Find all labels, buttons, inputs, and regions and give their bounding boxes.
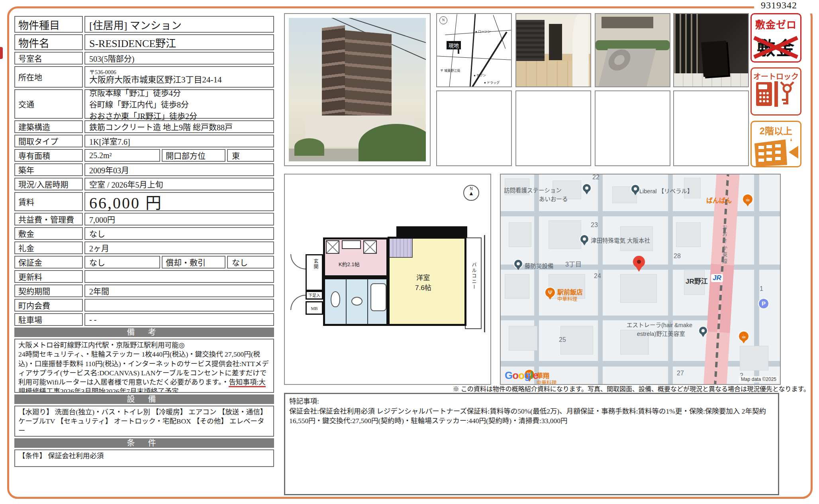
google-logo-letter: g bbox=[524, 369, 530, 381]
row-value bbox=[84, 270, 274, 283]
entrance: 玄関 bbox=[306, 254, 323, 291]
thumb-entrance bbox=[515, 13, 591, 87]
entrance-door bbox=[549, 24, 562, 60]
row-label: 駐車場 bbox=[14, 313, 83, 326]
row-value: なし bbox=[84, 227, 274, 240]
row-value: 2ヶ月 bbox=[84, 241, 274, 254]
map-label: 津田特殊電気 大阪本社 bbox=[591, 236, 650, 244]
closet bbox=[390, 239, 413, 258]
map-building bbox=[509, 326, 537, 351]
building-right-face bbox=[345, 30, 392, 129]
row-label: 契約期間 bbox=[14, 284, 83, 297]
row-label: 所在地 bbox=[14, 66, 83, 88]
table-row: 交通京阪本線「野江」徒歩4分谷町線「野江内代」徒歩8分おおさか東「JR野江」徒歩… bbox=[14, 89, 274, 119]
remarks-box: 大阪メトロ谷町線野江内代駅・京阪野江駅利用可能◎ 24時間セキュリティ、・駐輪ス… bbox=[14, 339, 274, 393]
food-pin-icon: Ψ bbox=[545, 287, 556, 298]
google-logo-letter: G bbox=[505, 369, 512, 381]
table-row: 所在地〒536-0006大阪府大阪市城東区野江3丁目24-14 bbox=[14, 66, 274, 88]
table-row: 専有面積25.2m²開口部方位東 bbox=[14, 149, 274, 162]
toilet bbox=[331, 291, 340, 307]
room-label: 洋室7.6帖 bbox=[415, 272, 431, 292]
map-label: Liberal 【リベラル】 bbox=[639, 186, 693, 195]
row-value: 25.2m² bbox=[84, 149, 160, 162]
map-building bbox=[620, 274, 657, 303]
compass-needle: ▲ bbox=[464, 191, 478, 196]
map-credit: Map data ©2025 bbox=[739, 376, 778, 382]
kitchen-unit bbox=[363, 240, 377, 254]
map-label: 27 bbox=[677, 370, 684, 377]
badge-no-deposit: 敷金ゼロ 敷金 bbox=[750, 13, 801, 63]
empty-photo-box bbox=[595, 90, 670, 166]
map-label: 訪問看護ステーション bbox=[504, 186, 562, 194]
entrance-label: 玄関 bbox=[312, 259, 319, 270]
badge-second-floor-up: 2階以上 bbox=[750, 121, 801, 167]
document-id: 9319342 bbox=[761, 0, 813, 11]
row-value: 7,000円 bbox=[84, 213, 274, 226]
compass-icon: N ▲ bbox=[463, 185, 479, 201]
row-label: 保証金 bbox=[14, 256, 83, 269]
poi-label: ● セブン bbox=[474, 73, 486, 77]
window-band bbox=[602, 17, 653, 28]
sign-art bbox=[674, 14, 748, 86]
metal-slats bbox=[674, 14, 699, 73]
map-building bbox=[505, 274, 529, 299]
row-label: 間取タイプ bbox=[14, 135, 83, 147]
row-label: 敷金 bbox=[14, 227, 83, 240]
badge-second-floor-title: 2階以上 bbox=[752, 124, 800, 137]
row-label: 更新料 bbox=[14, 270, 83, 283]
conditions-box: 【条件】 保証会社利用必須 bbox=[14, 449, 274, 467]
road-line bbox=[449, 14, 457, 87]
poi-label: ● ローソン bbox=[475, 29, 491, 33]
map-road bbox=[501, 316, 712, 320]
map-pin-icon bbox=[580, 234, 589, 244]
kitchen-label: K約2.1帖 bbox=[339, 260, 360, 268]
entrance-art bbox=[516, 14, 590, 86]
empty-photo-box bbox=[515, 90, 591, 166]
empty-photo-box bbox=[436, 90, 512, 166]
row-value: 鉄筋コンクリート造 地上9階 総戸数88戸 bbox=[84, 120, 274, 133]
google-logo-letter: o bbox=[512, 369, 518, 381]
table-row: 駐車場- - bbox=[14, 313, 274, 326]
map-building bbox=[549, 220, 581, 249]
compass-icon: N bbox=[439, 16, 447, 24]
autolock-icon bbox=[755, 81, 797, 107]
equipment-header: 設 備 bbox=[14, 394, 274, 404]
map-label: 28 bbox=[674, 253, 681, 260]
site-pointer bbox=[458, 48, 459, 54]
poi-label: 〒 城東野江局 bbox=[440, 68, 460, 73]
map-label: 23 bbox=[591, 222, 598, 229]
thumb-site-map: N 現地 ● ローソン 〒 城東野江局 ● セブン ● ドラッグ bbox=[436, 13, 512, 87]
row-label: 共益費・管理費 bbox=[14, 213, 83, 226]
cafe-pin-icon: ☕ bbox=[738, 331, 749, 342]
stone-monument bbox=[701, 41, 729, 77]
table-row: 町内会費 bbox=[14, 299, 274, 312]
table-row: 物件種目[住居用] マンション bbox=[14, 16, 274, 33]
jr-logo: JR bbox=[711, 274, 723, 282]
row-value: なし bbox=[84, 256, 160, 269]
bathtub bbox=[370, 283, 386, 311]
row-label: 築年 bbox=[14, 163, 83, 176]
row-label: 建築構造 bbox=[14, 120, 83, 133]
map-label: 藤防災設備 bbox=[525, 261, 554, 270]
building-photo bbox=[284, 13, 431, 166]
row-sub-value: 東 bbox=[227, 149, 274, 162]
google-map[interactable]: 22訪問看護ステーションあいおーるLiberal 【リベラル】ばんばん23津田特… bbox=[500, 174, 781, 385]
row-sub-label: 償却・敷引 bbox=[162, 256, 225, 269]
row-value: 京阪本線「野江」徒歩4分谷町線「野江内代」徒歩8分おおさか東「JR野江」徒歩2分 bbox=[84, 89, 274, 119]
wall bbox=[367, 279, 368, 324]
row-value bbox=[84, 299, 274, 312]
map-label: ばんばん bbox=[706, 195, 732, 205]
map-label: 3丁目 bbox=[565, 259, 582, 269]
building-photo-art bbox=[289, 18, 426, 161]
map-pin-icon bbox=[698, 326, 708, 335]
conditions-header: 条 件 bbox=[14, 438, 274, 448]
google-logo: Google bbox=[505, 369, 538, 382]
road-line bbox=[437, 56, 511, 60]
building-arrow-icon bbox=[754, 137, 798, 167]
door-arc bbox=[290, 254, 306, 269]
map-label: 1 bbox=[760, 285, 763, 292]
table-row: 築年2009年03月 bbox=[14, 163, 274, 176]
row-sub-label: 開口部方位 bbox=[162, 149, 225, 162]
cafe-pin-icon: ☕ bbox=[742, 194, 753, 205]
row-value: 〒536-0006大阪府大阪市城東区野江3丁目24-14 bbox=[84, 66, 274, 88]
